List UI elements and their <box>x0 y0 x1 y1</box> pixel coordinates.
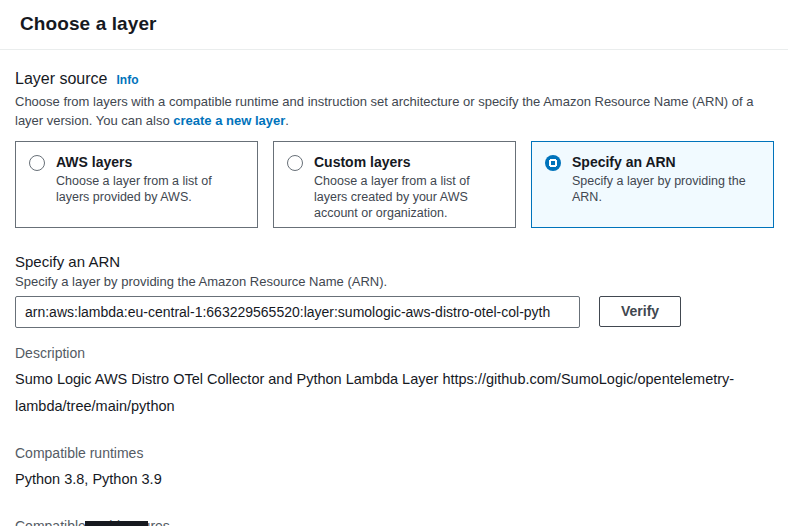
radio-specify-arn[interactable] <box>545 155 561 171</box>
page-title: Choose a layer <box>20 13 768 35</box>
arn-input-row: Verify <box>15 296 774 328</box>
dialog-header: Choose a layer <box>0 0 788 50</box>
detail-value: Python 3.8, Python 3.9 <box>15 466 763 493</box>
radio-custom-layers[interactable] <box>287 155 303 171</box>
arn-input[interactable] <box>15 296 580 328</box>
detail-label: Description <box>15 343 774 363</box>
option-title: Custom layers <box>314 154 502 171</box>
specify-arn-sublabel: Specify a layer by providing the Amazon … <box>15 274 774 289</box>
specify-arn-section: Specify an ARN Specify a layer by provid… <box>15 253 774 328</box>
option-card-custom-layers[interactable]: Custom layers Choose a layer from a list… <box>273 141 516 228</box>
dialog-body: Layer source Info Choose from layers wit… <box>0 50 788 526</box>
radio-aws-layers[interactable] <box>29 155 45 171</box>
partially-visible-element-bottom <box>85 521 148 526</box>
verify-button[interactable]: Verify <box>599 296 681 327</box>
detail-description: Description Sumo Logic AWS Distro OTel C… <box>15 343 774 420</box>
info-link[interactable]: Info <box>117 73 139 87</box>
layer-source-description: Choose from layers with a compatible run… <box>15 93 771 131</box>
option-card-specify-arn[interactable]: Specify an ARN Specify a layer by provid… <box>531 141 774 228</box>
option-card-aws-layers[interactable]: AWS layers Choose a layer from a list of… <box>15 141 258 228</box>
option-title: AWS layers <box>56 154 244 171</box>
option-description: Specify a layer by providing the ARN. <box>572 173 760 205</box>
description-text-after: . <box>285 113 289 128</box>
create-new-layer-link[interactable]: create a new layer <box>173 113 285 128</box>
layer-source-header: Layer source Info <box>15 70 774 88</box>
option-title: Specify an ARN <box>572 154 760 171</box>
option-description: Choose a layer from a list of layers cre… <box>314 173 502 221</box>
detail-label: Compatible runtimes <box>15 443 774 463</box>
detail-value: Sumo Logic AWS Distro OTel Collector and… <box>15 366 763 420</box>
detail-compatible-runtimes: Compatible runtimes Python 3.8, Python 3… <box>15 443 774 493</box>
layer-source-label: Layer source <box>15 70 108 88</box>
description-text-before: Choose from layers with a compatible run… <box>15 94 753 128</box>
specify-arn-label: Specify an ARN <box>15 253 774 270</box>
choose-layer-dialog: Choose a layer Layer source Info Choose … <box>0 0 788 526</box>
layer-source-options: AWS layers Choose a layer from a list of… <box>15 141 774 228</box>
layer-details: Description Sumo Logic AWS Distro OTel C… <box>15 343 774 526</box>
option-description: Choose a layer from a list of layers pro… <box>56 173 244 205</box>
